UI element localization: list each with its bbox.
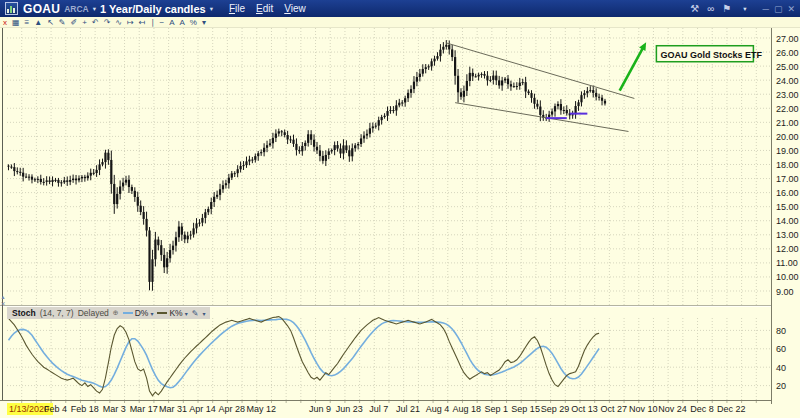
svg-text:12.00: 12.00 — [776, 244, 799, 254]
svg-text:May 12: May 12 — [246, 404, 276, 414]
minimize-button[interactable]: ─ — [763, 4, 769, 14]
tool-pen[interactable]: ✎ — [59, 18, 66, 27]
wrench-icon[interactable]: ⚒ — [690, 4, 699, 14]
svg-text:26.00: 26.00 — [776, 48, 799, 58]
style-dropdown-caret[interactable]: ▾ — [202, 310, 205, 317]
tool-pointer[interactable]: ↖ — [47, 18, 54, 27]
annotation-label-box[interactable]: GOAU Gold Stocks ETF — [656, 46, 762, 62]
menu-view[interactable]: View — [284, 3, 306, 14]
menubar: File Edit View — [229, 3, 306, 14]
svg-text:Mar 17: Mar 17 — [130, 404, 158, 414]
svg-text:Sep 29: Sep 29 — [541, 404, 570, 414]
stoch-status: Delayed — [78, 308, 109, 318]
tool-note[interactable]: A — [179, 18, 184, 27]
style-brush-icon[interactable]: ✎ — [192, 309, 199, 318]
svg-text:Dec 8: Dec 8 — [690, 404, 714, 414]
svg-text:20.00: 20.00 — [776, 132, 799, 142]
svg-text:16.00: 16.00 — [776, 188, 799, 198]
tool-text[interactable]: A — [169, 18, 174, 27]
close-button[interactable]: ✕ — [787, 4, 795, 14]
date-axis-labels[interactable]: 1/13/2020Feb 4Feb 18Mar 3Mar 17Mar 31Apr… — [7, 403, 746, 415]
svg-text:27.00: 27.00 — [776, 34, 799, 44]
chart-canvas[interactable]: GOAU Gold Stocks ETF27.0026.0025.0024.00… — [0, 0, 800, 418]
svg-text:25.00: 25.00 — [776, 62, 799, 72]
menu-file[interactable]: File — [229, 3, 245, 14]
stoch-params: (14, 7, 7) — [40, 308, 74, 318]
svg-text:Sep 1: Sep 1 — [484, 404, 508, 414]
svg-text:Nov 10: Nov 10 — [629, 404, 658, 414]
tool-zoom[interactable]: ▲ — [34, 18, 42, 27]
svg-text:Sep 15: Sep 15 — [511, 404, 540, 414]
svg-text:Mar 31: Mar 31 — [159, 404, 187, 414]
k-line-swatch — [157, 312, 167, 314]
tool-horizontal-line[interactable]: − — [159, 18, 164, 27]
d-dropdown-caret[interactable]: ▾ — [150, 310, 153, 317]
timeframe-dropdown-caret[interactable]: ▾ — [210, 5, 213, 13]
maximize-button[interactable]: ▢ — [774, 4, 783, 14]
link-icon[interactable]: ∞ — [707, 4, 714, 14]
k-dropdown-caret[interactable]: ▾ — [185, 310, 188, 317]
tool-templates[interactable]: ≡ — [25, 18, 30, 27]
svg-text:24.00: 24.00 — [776, 76, 799, 86]
svg-text:Feb 18: Feb 18 — [71, 404, 99, 414]
svg-text:Jun 9: Jun 9 — [309, 404, 331, 414]
svg-text:Jun 23: Jun 23 — [336, 404, 363, 414]
tool-redo[interactable]: ↷ — [104, 18, 111, 27]
info-icon: ⊕ — [113, 309, 119, 317]
svg-text:14.00: 14.00 — [776, 216, 799, 226]
svg-text:15.00: 15.00 — [776, 202, 799, 212]
svg-text:60: 60 — [776, 344, 786, 354]
k-series-label: K% — [169, 308, 182, 318]
svg-text:GOAU Gold Stocks ETF: GOAU Gold Stocks ETF — [660, 50, 762, 60]
tool-tool-dropdown[interactable]: ▾ — [202, 18, 206, 27]
svg-text:10.00: 10.00 — [776, 272, 799, 282]
svg-text:Oct 13: Oct 13 — [571, 404, 598, 414]
tool-vertical-line[interactable]: ∣ — [150, 18, 154, 27]
timeframe-button[interactable]: 1 Year/Daily candles — [100, 3, 206, 15]
tool-highlighter[interactable]: ✐ — [71, 18, 78, 27]
svg-text:17.00: 17.00 — [776, 174, 799, 184]
tool-crosshair[interactable]: + — [82, 18, 87, 27]
symbol-button[interactable]: GOAU — [23, 2, 60, 16]
tool-trendline[interactable]: ∿ — [115, 18, 122, 27]
panel-left-border — [2, 28, 3, 400]
panel-splitter-grip[interactable]: ▴✕ — [0, 294, 6, 307]
menu-edit[interactable]: Edit — [256, 3, 273, 14]
charting-app-window: { "ui": { "caret": "▾" }, "titlebar": { … — [0, 0, 800, 418]
stoch-legend: Stoch (14, 7, 7) Delayed ⊕ D% ▾ K% ▾ ✎ ▾ — [7, 307, 210, 319]
svg-text:21.00: 21.00 — [776, 118, 799, 128]
svg-text:Dec 22: Dec 22 — [717, 404, 746, 414]
svg-text:Jul 7: Jul 7 — [369, 404, 388, 414]
svg-text:Aug 4: Aug 4 — [426, 404, 450, 414]
svg-text:23.00: 23.00 — [776, 90, 799, 100]
svg-text:11.00: 11.00 — [776, 258, 798, 268]
drawing-toolbar: x▦≡▲↖✎✐+↶↷∿↦↤∣−AA%▾ — [0, 17, 800, 28]
svg-text:Apr 28: Apr 28 — [219, 404, 246, 414]
tool-chart-type[interactable]: ▦ — [12, 18, 20, 27]
svg-text:Aug 18: Aug 18 — [453, 404, 482, 414]
k-percent-toggle[interactable]: K% ▾ — [157, 308, 187, 318]
pin-dropdown-caret[interactable]: ▾ — [743, 5, 746, 13]
titlebar-tools: ⚒ ∞ ⚑ ▾ ─ ▢ ✕ — [690, 4, 795, 14]
stoch-indicator-label[interactable]: Stoch — [12, 308, 36, 318]
d-series-label: D% — [135, 308, 149, 318]
tool-percent[interactable]: % — [190, 18, 197, 27]
svg-text:Feb 4: Feb 4 — [44, 404, 67, 414]
d-percent-toggle[interactable]: D% ▾ — [123, 308, 154, 318]
exchange-label: ARCA — [64, 4, 89, 14]
svg-text:Mar 3: Mar 3 — [103, 404, 126, 414]
svg-text:20: 20 — [776, 381, 786, 391]
tool-ray-right[interactable]: ↦ — [127, 18, 134, 27]
window-titlebar: GOAU ARCA ▾ 1 Year/Daily candles ▾ File … — [0, 0, 800, 17]
svg-text:22.00: 22.00 — [776, 104, 799, 114]
app-icon — [5, 2, 18, 15]
svg-text:Apr 14: Apr 14 — [189, 404, 216, 414]
stoch-panel-header: Stoch (14, 7, 7) Delayed ⊕ D% ▾ K% ▾ ✎ ▾ — [0, 305, 771, 319]
pin-icon[interactable]: ⚑ — [722, 4, 731, 14]
tool-ray-left[interactable]: ↤ — [139, 18, 146, 27]
tool-undo[interactable]: ↶ — [92, 18, 99, 27]
tool-remove[interactable]: x — [3, 18, 7, 27]
symbol-dropdown-caret[interactable]: ▾ — [93, 5, 96, 13]
d-line-swatch — [123, 312, 133, 314]
svg-text:18.00: 18.00 — [776, 160, 799, 170]
